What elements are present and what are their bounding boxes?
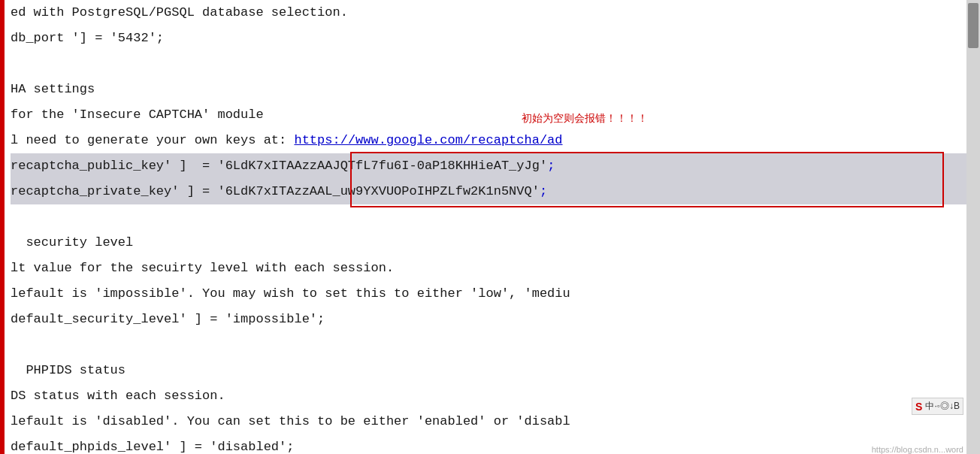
code-line-7: recaptcha_public_key' ] = '6LdK7xITAAzzA… [11,153,974,179]
code-line-1: ed with PostgreSQL/PGSQL database select… [11,0,974,26]
code-line-11: lt value for the secuirty level with eac… [11,256,974,281]
sogou-icon: S [915,401,922,413]
sogou-label: 中·◦◎↓B [925,400,960,413]
code-line-4: HA settings [11,77,974,102]
code-text-5: for the 'Insecure CAPTCHA' module [11,102,264,128]
code-line-13: default_security_level' ] = 'impossible'… [11,307,974,332]
code-region: ed with PostgreSQL/PGSQL database select… [5,0,980,454]
sogou-toolbar[interactable]: S 中·◦◎↓B [912,398,963,415]
code-text-17: lefault is 'disabled'. You can set this … [11,409,570,434]
code-line-17: lefault is 'disabled'. You can set this … [11,409,974,434]
code-text-18: default_phpids_level' ] = 'disabled'; [11,434,294,454]
code-editor[interactable]: ed with PostgreSQL/PGSQL database select… [5,0,980,454]
watermark-text: https://blog.csdn.n...word [872,445,963,454]
code-text-2: db_port '] = '5432'; [11,26,164,51]
code-line-14 [11,332,974,358]
code-text-16: DS status with each session. [11,383,225,409]
code-line-10: security level [11,230,974,256]
code-semicolon-8: ; [540,179,547,204]
code-text-4: HA settings [11,77,95,102]
code-line-5: for the 'Insecure CAPTCHA' module 初始为空则会… [11,102,974,128]
code-text-10: security level [11,230,133,256]
code-semicolon-7: ; [547,153,555,179]
code-line-8: recaptcha_private_key' ] = '6LdK7xITAzzA… [11,179,974,204]
code-text-8: recaptcha_private_key' ] = '6LdK7xITAzzA… [11,179,540,204]
code-line-3 [11,51,974,77]
code-line-15: PHPIDS status [11,358,974,383]
code-text-12: lefault is 'impossible'. You may wish to… [11,281,570,307]
code-link-6[interactable]: https://www.google.com/recaptcha/ad [294,128,562,153]
scrollbar[interactable] [966,0,980,454]
code-line-2: db_port '] = '5432'; [11,26,974,51]
code-text-6a: l need to generate your own keys at: [11,128,294,153]
code-line-12: lefault is 'impossible'. You may wish to… [11,281,974,307]
code-line-18: default_phpids_level' ] = 'disabled'; [11,434,974,454]
code-text-7: recaptcha_public_key' ] = '6LdK7xITAAzzA… [11,153,547,179]
editor-container: ed with PostgreSQL/PGSQL database select… [0,0,980,454]
code-text-13: default_security_level' ] = 'impossible'… [11,307,325,332]
code-text-1: ed with PostgreSQL/PGSQL database select… [11,0,348,26]
annotation-text: 初始为空则会报错！！！！ [522,105,648,131]
code-text-15: PHPIDS status [11,358,126,383]
code-line-9 [11,204,974,230]
scrollbar-thumb[interactable] [968,3,978,48]
code-line-16: DS status with each session. [11,383,974,409]
code-text-11: lt value for the secuirty level with eac… [11,256,394,281]
code-line-6: l need to generate your own keys at: htt… [11,128,974,153]
